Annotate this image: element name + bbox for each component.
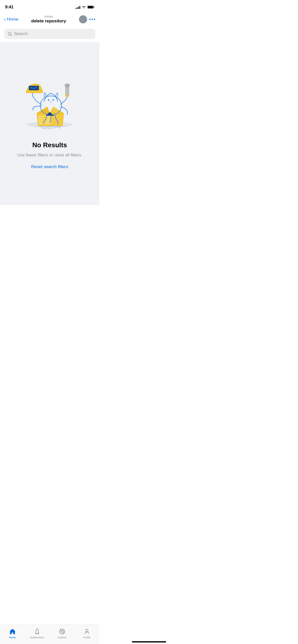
- back-label: Home: [7, 17, 18, 22]
- search-bar[interactable]: Search: [4, 29, 95, 39]
- svg-point-11: [52, 99, 54, 101]
- status-bar: 9:41: [0, 0, 99, 13]
- nav-subtitle: Issues: [18, 15, 79, 18]
- svg-point-0: [89, 19, 91, 20]
- svg-point-2: [94, 19, 95, 20]
- wifi-icon: [82, 6, 86, 9]
- empty-state-illustration: [14, 57, 85, 134]
- nav-title: Issues delete repository: [18, 15, 79, 24]
- back-chevron-icon: ‹: [4, 17, 6, 22]
- search-container: Search: [0, 27, 99, 42]
- svg-point-1: [92, 19, 93, 20]
- search-icon: [8, 32, 12, 36]
- signal-icon: [76, 5, 80, 9]
- more-options-button[interactable]: [89, 18, 95, 21]
- search-placeholder: Search: [14, 31, 28, 36]
- svg-rect-5: [38, 116, 51, 125]
- content-area: No Results Use fewer filters or reset al…: [0, 42, 99, 205]
- nav-title-main: delete repository: [18, 19, 79, 24]
- no-results-title: No Results: [32, 141, 67, 149]
- navigation-bar: ‹ Home Issues delete repository: [0, 13, 99, 27]
- svg-rect-12: [26, 90, 43, 93]
- status-time: 9:41: [5, 5, 13, 10]
- back-button[interactable]: ‹ Home: [4, 17, 18, 22]
- nav-right-actions: [79, 15, 95, 23]
- status-icons: [76, 5, 94, 9]
- no-results-subtitle: Use fewer filters or reset all filters.: [17, 152, 82, 158]
- avatar[interactable]: [79, 15, 87, 23]
- reset-filters-button[interactable]: Reset search filters: [31, 164, 68, 169]
- svg-point-10: [48, 99, 49, 101]
- battery-icon: [87, 5, 94, 9]
